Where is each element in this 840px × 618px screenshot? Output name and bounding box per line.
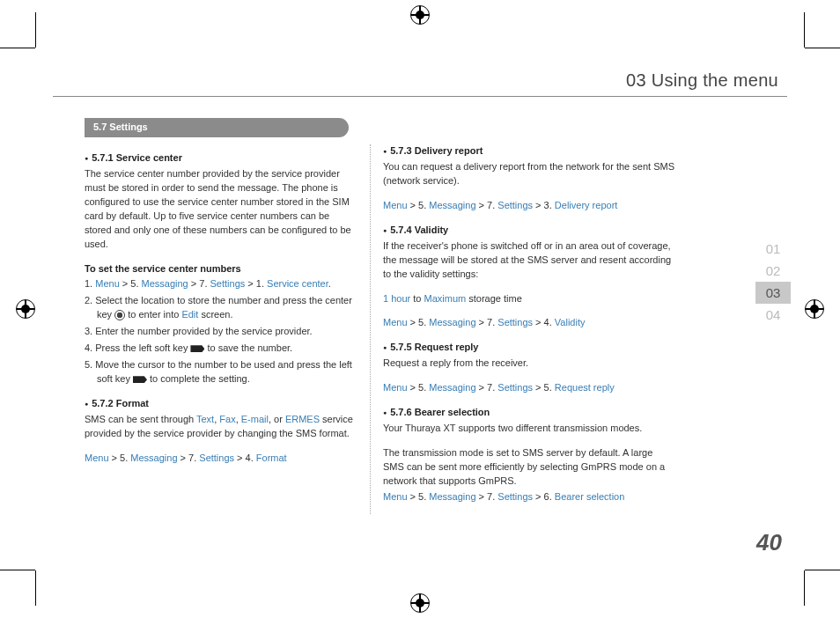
- registration-mark-icon: [410, 593, 430, 613]
- step-3: 3. Enter the number provided by the serv…: [85, 325, 357, 339]
- path-format: Menu > 5. Messaging > 7. Settings > 4. F…: [85, 452, 357, 466]
- crop-mark: [35, 12, 36, 48]
- crop-mark: [805, 570, 840, 570]
- crop-mark: [0, 48, 35, 48]
- text-validity: If the receiver's phone is switched off …: [383, 239, 675, 282]
- step-5: 5. Move the cursor to the number to be u…: [85, 358, 357, 386]
- text-request-reply: Request a reply from the receiver.: [383, 357, 675, 371]
- text-delivery-report: You can request a delivery report from t…: [383, 160, 675, 188]
- crop-mark: [805, 48, 840, 48]
- steps-list: 1. Menu > 5. Messaging > 7. Settings > 1…: [85, 277, 357, 386]
- center-key-icon: [114, 310, 125, 320]
- section-tab: 5.7 Settings: [85, 118, 349, 137]
- heading-validity: 5.7.4 Validity: [383, 224, 675, 238]
- soft-key-icon: [190, 345, 204, 352]
- heading-delivery-report: 5.7.3 Delivery report: [383, 144, 675, 158]
- title-rule: [53, 96, 787, 97]
- crop-mark: [804, 570, 805, 606]
- registration-mark-icon: [410, 5, 430, 25]
- step-2: 2. Select the location to store the numb…: [85, 294, 357, 322]
- registration-mark-icon: [805, 299, 824, 319]
- text-service-center: The service center number provided by th…: [85, 167, 357, 252]
- heading-set-numbers: To set the service center numbers: [85, 262, 357, 276]
- registration-mark-icon: [16, 299, 35, 319]
- path-delivery-report: Menu > 5. Messaging > 7. Settings > 3. D…: [383, 199, 675, 213]
- step-4: 4. Press the left soft key to save the n…: [85, 342, 357, 356]
- crop-mark: [0, 570, 35, 570]
- heading-service-center: 5.7.1 Service center: [85, 151, 357, 166]
- crop-mark: [35, 570, 36, 606]
- soft-key-icon: [133, 376, 147, 383]
- text-bearer-1: Your Thuraya XT supports two different t…: [383, 422, 675, 436]
- content-area: 03 Using the menu 01 02 03 04 5.7 Settin…: [53, 53, 787, 565]
- heading-request-reply: 5.7.5 Request reply: [383, 341, 675, 355]
- text-bearer-2: The transmission mode is set to SMS serv…: [383, 446, 675, 489]
- crop-mark: [804, 12, 805, 48]
- page-root: 03 Using the menu 01 02 03 04 5.7 Settin…: [0, 0, 840, 618]
- path-request-reply: Menu > 5. Messaging > 7. Settings > 5. R…: [383, 381, 675, 395]
- left-column: 5.7 Settings 5.7.1 Service center The se…: [53, 118, 370, 515]
- page-title: 03 Using the menu: [53, 53, 787, 91]
- path-bearer-selection: Menu > 5. Messaging > 7. Settings > 6. B…: [383, 490, 675, 504]
- page-number: 40: [756, 529, 782, 556]
- text-format: SMS can be sent through Text, Fax, E-mai…: [85, 413, 357, 441]
- text-validity-range: 1 hour to Maximum storage time: [383, 292, 675, 306]
- heading-format: 5.7.2 Format: [85, 397, 357, 411]
- right-column: 5.7.3 Delivery report You can request a …: [371, 118, 688, 515]
- step-1: 1. Menu > 5. Messaging > 7. Settings > 1…: [85, 277, 357, 291]
- path-validity: Menu > 5. Messaging > 7. Settings > 4. V…: [383, 316, 675, 330]
- columns: 5.7 Settings 5.7.1 Service center The se…: [53, 118, 787, 515]
- heading-bearer-selection: 5.7.6 Bearer selection: [383, 406, 675, 420]
